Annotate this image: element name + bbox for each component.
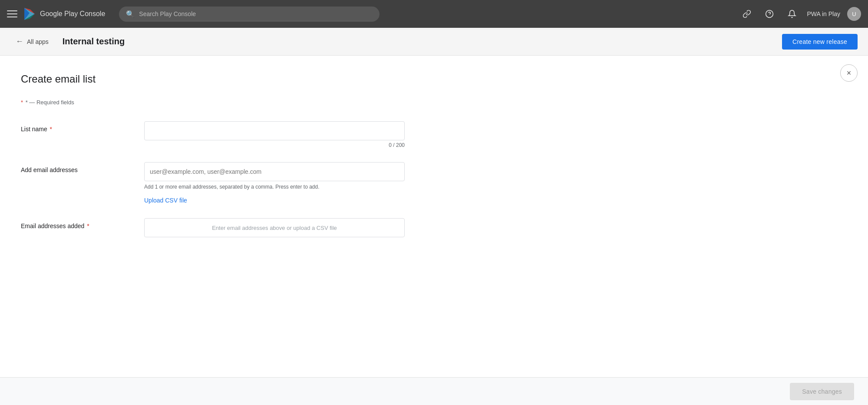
email-input[interactable] [144, 162, 405, 181]
modal-footer: Save changes [0, 377, 868, 405]
required-star: * [21, 99, 23, 106]
add-email-control: Add 1 or more email addresses, separated… [144, 162, 405, 204]
google-play-logo-icon [23, 7, 36, 21]
list-name-char-count: 0 / 200 [144, 142, 405, 148]
save-changes-button[interactable]: Save changes [790, 383, 854, 400]
logo: Google Play Console [23, 7, 105, 21]
search-input[interactable] [139, 10, 373, 17]
help-icon[interactable] [762, 6, 777, 22]
list-name-input[interactable] [144, 121, 405, 140]
list-name-label: List name * [21, 121, 134, 133]
upload-csv-link[interactable]: Upload CSV file [144, 197, 187, 204]
email-added-placeholder: Enter email addresses above or upload a … [212, 225, 337, 231]
list-name-control: 0 / 200 [144, 121, 405, 148]
back-button[interactable]: ← All apps [10, 33, 54, 50]
search-bar[interactable]: 🔍 [119, 7, 380, 22]
back-arrow-icon: ← [16, 37, 23, 46]
page-title: Internal testing [63, 37, 125, 46]
all-apps-label: All apps [27, 38, 49, 45]
email-added-box: Enter email addresses above or upload a … [144, 218, 405, 237]
list-name-required: * [48, 126, 52, 133]
list-name-row: List name * 0 / 200 [21, 121, 847, 148]
email-added-row: Email addresses added * Enter email addr… [21, 218, 847, 237]
logo-text: Google Play Console [40, 10, 105, 18]
email-input-wrap [144, 162, 405, 181]
add-email-label: Add email addresses [21, 162, 134, 173]
email-added-required: * [85, 222, 89, 229]
link-icon[interactable] [739, 6, 755, 22]
notifications-icon[interactable] [784, 6, 800, 22]
sub-header: ← All apps Internal testing Create new r… [0, 28, 868, 56]
create-email-list-modal: × Create email list * * — Required field… [0, 56, 868, 405]
email-hint: Add 1 or more email addresses, separated… [144, 184, 405, 190]
email-added-control: Enter email addresses above or upload a … [144, 218, 405, 237]
email-added-label: Email addresses added * [21, 218, 134, 229]
modal-close-button[interactable]: × [840, 64, 858, 82]
hamburger-menu[interactable] [7, 9, 17, 19]
modal-title: Create email list [21, 73, 847, 85]
top-nav: Google Play Console 🔍 PWA in Play U [0, 0, 868, 28]
search-icon: 🔍 [126, 10, 135, 18]
add-email-row: Add email addresses Add 1 or more email … [21, 162, 847, 204]
required-note: * * — Required fields [21, 99, 847, 106]
modal-overlay: × Create email list * * — Required field… [0, 56, 868, 405]
create-release-button[interactable]: Create new release [782, 34, 858, 50]
nav-right: PWA in Play U [739, 6, 861, 22]
required-note-text: * — Required fields [26, 99, 74, 106]
app-name: PWA in Play [807, 10, 840, 17]
user-avatar[interactable]: U [847, 7, 861, 21]
